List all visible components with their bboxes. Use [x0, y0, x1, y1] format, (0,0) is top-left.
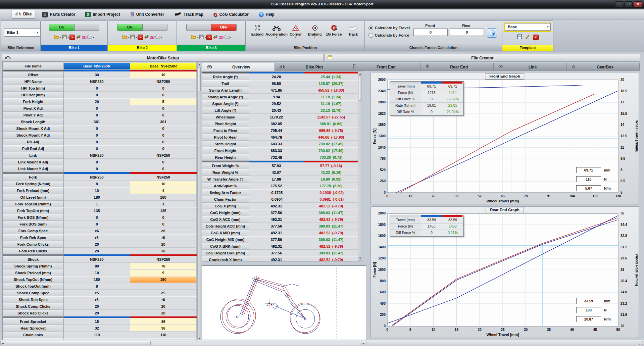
bike2-value-cell[interactable]: 0 [130, 92, 197, 98]
extend-button[interactable]: Extend [248, 23, 267, 39]
resize-grip[interactable] [639, 341, 643, 345]
bike2-value-cell[interactable]: 0 [130, 159, 197, 165]
bike2-value-cell[interactable]: 5 [130, 98, 197, 105]
chevron-down-icon[interactable]: ▾ [136, 36, 137, 39]
view-2d-button[interactable]: 2D [82, 35, 87, 39]
bike2-value-cell[interactable]: NSF250 [130, 174, 197, 181]
calculate-by-force-radio[interactable]: Calculate by Force [368, 33, 410, 38]
tab-rear-end[interactable]: Rear End [421, 63, 494, 71]
chevron-down-icon[interactable]: ▾ [161, 36, 162, 39]
scroll-left-icon[interactable]: ◄ [0, 341, 5, 345]
bike2-value-cell[interactable]: NSF250 [130, 78, 197, 85]
chevron-down-icon[interactable]: ▾ [93, 36, 94, 39]
calculate-button[interactable] [487, 28, 497, 38]
bike1-value-cell[interactable]: 135 [64, 207, 130, 214]
setup-table-scrollbar[interactable]: ▲ ▼ [197, 62, 201, 341]
track-button[interactable]: Track▾ [344, 23, 362, 39]
title-bar[interactable]: CSR Chassis Program v26.3.0.0 - Master -… [0, 0, 644, 8]
bike1-value-cell[interactable]: 301 [64, 118, 130, 125]
open-file-button[interactable] [191, 34, 196, 40]
bike2-value-cell[interactable]: 0 [130, 112, 197, 118]
bike2-value-cell[interactable]: 0 [130, 105, 197, 112]
bike1-value-cell[interactable]: 20 [64, 303, 130, 310]
acceleration-button[interactable]: Acceleration▾ [267, 23, 286, 39]
delete-button[interactable]: ✕ [138, 35, 143, 40]
menu-tab-track-map[interactable]: Track Map [171, 10, 207, 18]
overview-table-scrollbar[interactable]: ▲ ▼ [358, 71, 362, 261]
bike1-value-cell[interactable]: 150 [64, 276, 130, 283]
bike1-value-cell[interactable]: 8 [64, 181, 130, 187]
bike1-value-cell[interactable]: 0 [64, 105, 130, 112]
bike1-value-cell[interactable]: 0 [64, 139, 130, 145]
chevron-down-icon[interactable]: ▾ [67, 36, 69, 39]
close-button[interactable]: ✕ [634, 1, 642, 7]
menu-tab-parts-creator[interactable]: ⚙Parts Creator [39, 10, 79, 18]
rear-travel-input[interactable] [450, 29, 484, 36]
report-button[interactable] [87, 34, 92, 40]
bike2-value-cell[interactable]: 10 [130, 71, 197, 78]
bike2-value-cell[interactable]: 16 [130, 318, 197, 325]
bike2-value-cell[interactable]: r6 [130, 234, 197, 241]
bike1-value-cell[interactable]: 0 [64, 125, 130, 132]
swap-bikes-button[interactable] [213, 34, 218, 40]
save-file-button[interactable] [130, 34, 135, 40]
bike1-value-cell[interactable]: 10 [64, 269, 130, 276]
bike1-value-cell[interactable]: 0 [64, 132, 130, 139]
bike1-value-cell[interactable]: NSF250 [64, 256, 130, 263]
view-2d-button[interactable]: 2D [150, 35, 155, 39]
tab-bike-plot[interactable]: Bike Plot [275, 63, 348, 71]
bike2-file-header[interactable]: Base_NSF250R [130, 62, 197, 70]
delete-button[interactable]: ✕ [69, 35, 75, 40]
corner-button[interactable]: Corner▾ [286, 23, 305, 39]
bike2-value-cell[interactable]: 0 [130, 132, 197, 139]
bike2-value-cell[interactable]: 9 [130, 269, 197, 276]
report-button[interactable] [155, 34, 160, 40]
scroll-up-icon[interactable]: ▲ [358, 72, 362, 76]
bike2-value-cell[interactable]: 10 [130, 181, 197, 187]
bike2-value-cell[interactable]: 4 [130, 187, 197, 194]
bike2-value-cell[interactable]: 110 [130, 332, 197, 338]
open-file-button[interactable] [54, 34, 59, 40]
chevron-down-icon[interactable]: ▾ [60, 36, 61, 39]
bike1-value-cell[interactable]: 20 [64, 310, 130, 316]
bike2-value-cell[interactable]: c6 [130, 228, 197, 234]
bike1-value-cell[interactable]: 0 [64, 159, 130, 165]
bike1-value-cell[interactable]: NSF250 [64, 174, 130, 181]
bike1-value-cell[interactable]: 80 [64, 263, 130, 269]
bike2-value-cell[interactable]: 20 [130, 248, 197, 254]
bike2-value-cell[interactable]: r6 [130, 296, 197, 303]
chevron-down-icon[interactable]: ▾ [230, 36, 232, 39]
braking-button[interactable]: Braking▾ [305, 23, 324, 39]
menu-tab-import-project[interactable]: XImport Project [82, 10, 123, 18]
bike1-value-cell[interactable]: 0 [64, 221, 130, 228]
bike1-value-cell[interactable]: 20 [64, 241, 130, 248]
horizontal-scrollbar[interactable]: ◄ ► [0, 341, 366, 345]
tab-front-end[interactable]: Front End [348, 63, 421, 71]
bike2-value-cell[interactable]: 0 [130, 221, 197, 228]
bike1-value-cell[interactable]: 0 [64, 85, 130, 92]
swap-bikes-button[interactable] [76, 34, 81, 40]
bike2-value-cell[interactable]: 0 [130, 165, 197, 172]
bike1-value-cell[interactable]: 0 [64, 214, 130, 221]
menu-tab-unit-converter[interactable]: Unit Converter [127, 10, 167, 18]
bike1-value-cell[interactable]: 0 [64, 92, 130, 98]
bike1-value-cell[interactable]: 180 [64, 194, 130, 201]
bike-reference-combo[interactable]: Bike 1 ▾ [4, 28, 40, 37]
bike2-value-cell[interactable]: 1 [130, 201, 197, 207]
template-combo[interactable]: Base ▾ [505, 23, 551, 31]
bike2-value-cell[interactable]: 301 [130, 118, 197, 125]
bike2-value-cell[interactable]: NSF250 [130, 152, 197, 159]
tab-gearbox[interactable]: ⚙GearBox [567, 63, 640, 71]
swap-bikes-button[interactable] [144, 34, 149, 40]
bike1-value-cell[interactable]: 110 [64, 332, 130, 338]
bike2-value-cell[interactable]: NSF250 [130, 256, 197, 263]
1g-force-button[interactable]: G1G Force [325, 23, 343, 39]
calculate-by-travel-radio[interactable]: Calculate by Travel [368, 26, 410, 30]
bike-2-toggle[interactable]: ON [117, 24, 167, 31]
save-file-button[interactable] [62, 34, 67, 40]
scroll-down-icon[interactable]: ▼ [358, 256, 362, 260]
delete-template-button[interactable]: ✕ [533, 35, 539, 40]
minimize-button[interactable]: – [615, 1, 623, 7]
menu-tab-bike[interactable]: Bike [12, 10, 35, 18]
bike1-value-cell[interactable]: c5 [64, 290, 130, 296]
